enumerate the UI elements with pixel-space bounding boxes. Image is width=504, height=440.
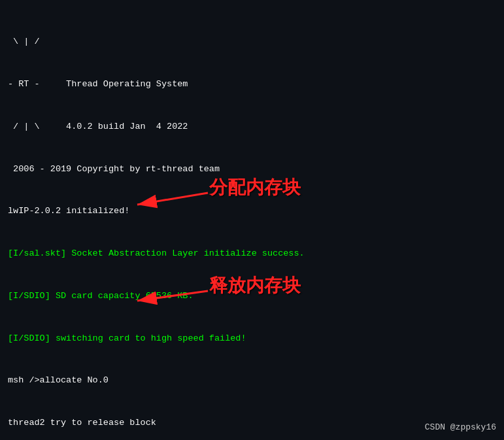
line-5: lwIP-2.0.2 initialized!: [8, 204, 496, 218]
line-9: msh />allocate No.0: [8, 373, 496, 388]
terminal-window: \ | / - RT - Thread Operating System / |…: [0, 0, 504, 440]
annotation-release: 释放内存块: [209, 273, 301, 298]
line-3: / | \ 4.0.2 build Jan 4 2022: [8, 120, 496, 134]
line-10: thread2 try to release block: [8, 416, 496, 430]
line-6: [I/sal.skt] Socket Abstraction Layer ini…: [8, 246, 496, 261]
line-4: 2006 - 2019 Copyright by rt-thread team: [8, 162, 496, 177]
line-2: - RT - Thread Operating System: [8, 77, 496, 92]
line-8: [I/SDIO] switching card to high speed fa…: [8, 331, 496, 346]
line-1: \ | /: [8, 35, 496, 49]
annotation-allocate: 分配内存块: [209, 175, 301, 200]
terminal-output: \ | / - RT - Thread Operating System / |…: [8, 7, 496, 440]
watermark: CSDN @zppsky16: [425, 422, 496, 432]
